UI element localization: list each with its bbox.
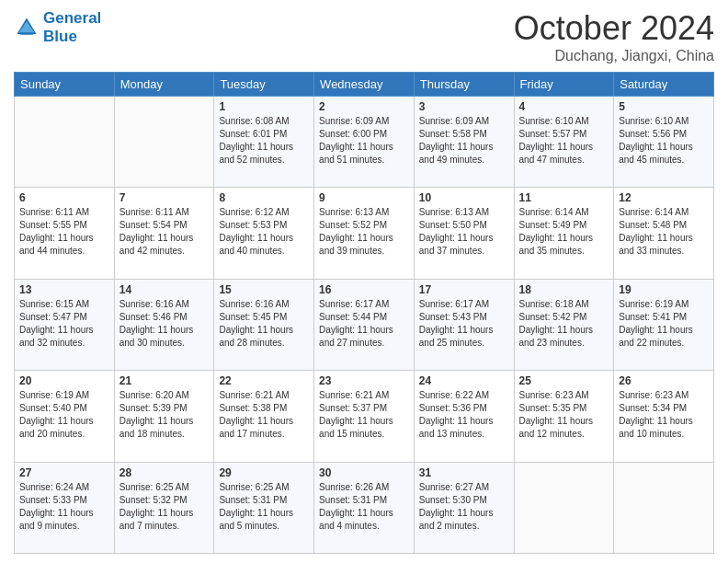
calendar-day-header: Sunday <box>15 73 115 97</box>
cell-info: Sunrise: 6:17 AM Sunset: 5:44 PM Dayligh… <box>319 298 409 350</box>
cell-info: Sunrise: 6:22 AM Sunset: 5:36 PM Dayligh… <box>419 389 509 441</box>
calendar-table: SundayMondayTuesdayWednesdayThursdayFrid… <box>14 72 714 554</box>
cell-info: Sunrise: 6:11 AM Sunset: 5:54 PM Dayligh… <box>119 206 210 258</box>
cell-info: Sunrise: 6:09 AM Sunset: 5:58 PM Dayligh… <box>419 115 509 167</box>
cell-info: Sunrise: 6:08 AM Sunset: 6:01 PM Dayligh… <box>219 115 309 167</box>
cell-info: Sunrise: 6:20 AM Sunset: 5:39 PM Dayligh… <box>119 389 210 441</box>
cell-info: Sunrise: 6:24 AM Sunset: 5:33 PM Dayligh… <box>19 481 109 533</box>
cell-info: Sunrise: 6:12 AM Sunset: 5:53 PM Dayligh… <box>219 206 309 258</box>
calendar-cell: 30Sunrise: 6:26 AM Sunset: 5:31 PM Dayli… <box>314 462 415 553</box>
cell-info: Sunrise: 6:15 AM Sunset: 5:47 PM Dayligh… <box>19 298 109 350</box>
day-number: 22 <box>219 374 309 387</box>
day-number: 10 <box>419 191 509 204</box>
calendar-cell: 14Sunrise: 6:16 AM Sunset: 5:46 PM Dayli… <box>114 279 214 370</box>
calendar-cell: 20Sunrise: 6:19 AM Sunset: 5:40 PM Dayli… <box>15 371 115 462</box>
day-number: 28 <box>119 466 210 479</box>
cell-info: Sunrise: 6:13 AM Sunset: 5:52 PM Dayligh… <box>319 206 409 258</box>
day-number: 13 <box>19 283 109 296</box>
calendar-day-header: Wednesday <box>314 73 415 97</box>
calendar-cell: 22Sunrise: 6:21 AM Sunset: 5:38 PM Dayli… <box>214 371 314 462</box>
day-number: 14 <box>119 283 210 296</box>
day-number: 8 <box>219 191 309 204</box>
day-number: 7 <box>119 191 210 204</box>
calendar-cell: 10Sunrise: 6:13 AM Sunset: 5:50 PM Dayli… <box>414 188 514 279</box>
calendar-week-row: 27Sunrise: 6:24 AM Sunset: 5:33 PM Dayli… <box>15 462 714 553</box>
calendar-cell: 27Sunrise: 6:24 AM Sunset: 5:33 PM Dayli… <box>15 462 115 553</box>
calendar-cell: 17Sunrise: 6:17 AM Sunset: 5:43 PM Dayli… <box>414 279 514 370</box>
calendar-cell: 18Sunrise: 6:18 AM Sunset: 5:42 PM Dayli… <box>514 279 614 370</box>
calendar-week-row: 1Sunrise: 6:08 AM Sunset: 6:01 PM Daylig… <box>15 97 714 188</box>
day-number: 2 <box>319 100 409 113</box>
day-number: 19 <box>619 283 709 296</box>
cell-info: Sunrise: 6:09 AM Sunset: 6:00 PM Dayligh… <box>319 115 409 167</box>
day-number: 26 <box>619 374 709 387</box>
day-number: 3 <box>419 100 509 113</box>
calendar-cell: 8Sunrise: 6:12 AM Sunset: 5:53 PM Daylig… <box>214 188 314 279</box>
cell-info: Sunrise: 6:25 AM Sunset: 5:32 PM Dayligh… <box>119 481 210 533</box>
calendar-week-row: 6Sunrise: 6:11 AM Sunset: 5:55 PM Daylig… <box>15 188 714 279</box>
cell-info: Sunrise: 6:19 AM Sunset: 5:40 PM Dayligh… <box>19 389 109 441</box>
cell-info: Sunrise: 6:23 AM Sunset: 5:34 PM Dayligh… <box>619 389 709 441</box>
day-number: 27 <box>19 466 109 479</box>
cell-info: Sunrise: 6:27 AM Sunset: 5:30 PM Dayligh… <box>419 481 509 533</box>
calendar-cell: 29Sunrise: 6:25 AM Sunset: 5:31 PM Dayli… <box>214 462 314 553</box>
logo: General Blue <box>14 9 101 46</box>
day-number: 17 <box>419 283 509 296</box>
month-title: October 2024 <box>514 9 714 48</box>
cell-info: Sunrise: 6:11 AM Sunset: 5:55 PM Dayligh… <box>19 206 109 258</box>
cell-info: Sunrise: 6:25 AM Sunset: 5:31 PM Dayligh… <box>219 481 309 533</box>
cell-info: Sunrise: 6:13 AM Sunset: 5:50 PM Dayligh… <box>419 206 509 258</box>
calendar-cell: 23Sunrise: 6:21 AM Sunset: 5:37 PM Dayli… <box>314 371 415 462</box>
calendar-cell <box>514 462 614 553</box>
day-number: 21 <box>119 374 210 387</box>
calendar-cell <box>15 97 115 188</box>
day-number: 15 <box>219 283 309 296</box>
day-number: 31 <box>419 466 509 479</box>
day-number: 29 <box>219 466 309 479</box>
cell-info: Sunrise: 6:16 AM Sunset: 5:45 PM Dayligh… <box>219 298 309 350</box>
calendar-day-header: Tuesday <box>214 73 314 97</box>
calendar-cell: 6Sunrise: 6:11 AM Sunset: 5:55 PM Daylig… <box>15 188 115 279</box>
day-number: 30 <box>319 466 409 479</box>
day-number: 11 <box>519 191 609 204</box>
calendar-week-row: 13Sunrise: 6:15 AM Sunset: 5:47 PM Dayli… <box>15 279 714 370</box>
cell-info: Sunrise: 6:16 AM Sunset: 5:46 PM Dayligh… <box>119 298 210 350</box>
day-number: 12 <box>619 191 709 204</box>
calendar-cell: 15Sunrise: 6:16 AM Sunset: 5:45 PM Dayli… <box>214 279 314 370</box>
calendar-cell: 16Sunrise: 6:17 AM Sunset: 5:44 PM Dayli… <box>314 279 415 370</box>
calendar-cell: 5Sunrise: 6:10 AM Sunset: 5:56 PM Daylig… <box>614 97 714 188</box>
day-number: 6 <box>19 191 109 204</box>
day-number: 20 <box>19 374 109 387</box>
calendar-header-row: SundayMondayTuesdayWednesdayThursdayFrid… <box>15 73 714 97</box>
logo-text: General Blue <box>43 9 101 46</box>
cell-info: Sunrise: 6:18 AM Sunset: 5:42 PM Dayligh… <box>519 298 609 350</box>
svg-rect-2 <box>20 33 33 35</box>
cell-info: Sunrise: 6:14 AM Sunset: 5:48 PM Dayligh… <box>619 206 709 258</box>
header: General Blue October 2024 Duchang, Jiang… <box>14 9 714 64</box>
cell-info: Sunrise: 6:14 AM Sunset: 5:49 PM Dayligh… <box>519 206 609 258</box>
calendar-cell: 31Sunrise: 6:27 AM Sunset: 5:30 PM Dayli… <box>414 462 514 553</box>
cell-info: Sunrise: 6:10 AM Sunset: 5:57 PM Dayligh… <box>519 115 609 167</box>
calendar-cell <box>614 462 714 553</box>
calendar-cell: 11Sunrise: 6:14 AM Sunset: 5:49 PM Dayli… <box>514 188 614 279</box>
logo-icon <box>14 15 40 40</box>
calendar-cell: 7Sunrise: 6:11 AM Sunset: 5:54 PM Daylig… <box>114 188 214 279</box>
day-number: 18 <box>519 283 609 296</box>
calendar-day-header: Monday <box>114 73 214 97</box>
day-number: 1 <box>219 100 309 113</box>
location: Duchang, Jiangxi, China <box>514 48 714 64</box>
day-number: 23 <box>319 374 409 387</box>
calendar-day-header: Thursday <box>414 73 514 97</box>
calendar-day-header: Friday <box>514 73 614 97</box>
day-number: 9 <box>319 191 409 204</box>
cell-info: Sunrise: 6:23 AM Sunset: 5:35 PM Dayligh… <box>519 389 609 441</box>
day-number: 16 <box>319 283 409 296</box>
day-number: 5 <box>619 100 709 113</box>
day-number: 25 <box>519 374 609 387</box>
calendar-cell: 28Sunrise: 6:25 AM Sunset: 5:32 PM Dayli… <box>114 462 214 553</box>
cell-info: Sunrise: 6:10 AM Sunset: 5:56 PM Dayligh… <box>619 115 709 167</box>
calendar-cell: 12Sunrise: 6:14 AM Sunset: 5:48 PM Dayli… <box>614 188 714 279</box>
day-number: 4 <box>519 100 609 113</box>
calendar-cell: 25Sunrise: 6:23 AM Sunset: 5:35 PM Dayli… <box>514 371 614 462</box>
cell-info: Sunrise: 6:19 AM Sunset: 5:41 PM Dayligh… <box>619 298 709 350</box>
